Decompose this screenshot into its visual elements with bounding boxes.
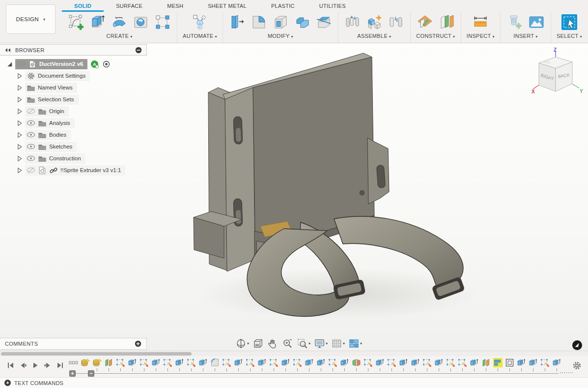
visibility-eye-icon[interactable] xyxy=(27,143,35,150)
tree-caret-collapsed[interactable] xyxy=(16,143,23,150)
dropdown-caret[interactable]: ▾ xyxy=(343,341,345,346)
look-at-icon[interactable] xyxy=(252,337,265,350)
dropdown-caret[interactable]: ▾ xyxy=(247,341,249,346)
grid-settings-icon[interactable]: ▾ xyxy=(330,337,346,350)
add-comment-icon[interactable] xyxy=(135,340,141,347)
timeline-scrollbar-thumb[interactable] xyxy=(1,352,192,356)
dropdown-caret[interactable]: ▾ xyxy=(308,341,310,346)
timeline-feature-plane[interactable] xyxy=(104,358,113,371)
timeline-feature-extrude[interactable] xyxy=(316,358,326,371)
ribbon-group-label-insert[interactable]: INSERT▾ xyxy=(513,33,537,39)
tree-item-sketches[interactable]: Sketches xyxy=(0,141,147,152)
ribbon-group-label-create[interactable]: CREATE▾ xyxy=(107,33,133,39)
visibility-eye-off-icon[interactable] xyxy=(27,167,35,174)
offset-plane-button[interactable] xyxy=(438,13,455,31)
timeline-feature-extrude[interactable] xyxy=(234,358,243,371)
timeline-feature-plane[interactable] xyxy=(481,358,491,371)
comments-panel[interactable]: COMMENTS xyxy=(0,338,147,350)
timeline-feature-extrude[interactable] xyxy=(517,358,526,371)
timeline-position-handle[interactable]: − xyxy=(88,370,94,377)
insert-canvas-button[interactable] xyxy=(528,13,545,31)
ribbon-group-label-select[interactable]: SELECT▾ xyxy=(557,33,582,39)
hole-button[interactable] xyxy=(132,13,150,31)
tree-item-origin[interactable]: Origin xyxy=(0,105,147,117)
timeline-feature-extrude[interactable] xyxy=(175,358,184,371)
activate-component-radio[interactable] xyxy=(101,59,111,69)
play-button[interactable] xyxy=(31,361,39,369)
tree-item-analysis[interactable]: Analysis xyxy=(0,117,147,129)
display-settings-icon[interactable]: ▾ xyxy=(313,337,329,350)
timeline-feature-sketch[interactable] xyxy=(364,358,373,371)
timeline-feature-extrude[interactable] xyxy=(198,358,208,371)
dropdown-caret[interactable]: ▾ xyxy=(360,341,362,346)
timeline-feature-align[interactable] xyxy=(493,358,503,371)
tab-mesh[interactable]: MESH xyxy=(155,0,196,12)
tree-caret-collapsed[interactable] xyxy=(16,84,23,91)
timeline-feature-extrude[interactable] xyxy=(340,358,349,371)
timeline-feature-extrude[interactable] xyxy=(151,358,161,371)
timeline-feature-sketch[interactable] xyxy=(458,358,467,371)
minimize-panel-icon[interactable] xyxy=(135,47,142,54)
go-to-end-button[interactable] xyxy=(56,361,64,369)
timeline-feature-sketch[interactable] xyxy=(328,358,337,371)
tab-surface[interactable]: SURFACE xyxy=(104,0,155,12)
timeline-feature-sketch[interactable] xyxy=(246,358,255,371)
timeline-feature-sketch[interactable] xyxy=(540,358,550,371)
as-built-joint-button[interactable] xyxy=(387,13,405,31)
tree-item-named-views[interactable]: Named Views xyxy=(0,82,147,93)
timeline-feature-sketch[interactable] xyxy=(269,358,279,371)
timeline-feature-sketch[interactable] xyxy=(140,358,149,371)
tab-plastic[interactable]: PLASTIC xyxy=(259,0,307,12)
viewports-icon[interactable]: ▾ xyxy=(347,337,363,350)
timeline-feature-extrude[interactable] xyxy=(281,358,290,371)
ribbon-group-label-inspect[interactable]: INSPECT▾ xyxy=(467,33,495,39)
select-window-button[interactable] xyxy=(560,13,578,31)
visibility-eye-icon[interactable] xyxy=(27,119,35,126)
automate-bot-button[interactable] xyxy=(191,13,209,31)
ribbon-group-label-automate[interactable]: AUTOMATE▾ xyxy=(183,33,217,39)
step-forward-button[interactable] xyxy=(44,361,52,369)
extrude-button[interactable] xyxy=(89,13,107,31)
timeline-feature-sketch[interactable] xyxy=(222,358,231,371)
timeline-track[interactable] xyxy=(72,373,559,374)
timeline-feature-extrude[interactable] xyxy=(552,358,561,371)
assistant-button[interactable] xyxy=(572,340,583,351)
press-pull-button[interactable] xyxy=(228,13,246,31)
go-to-start-button[interactable] xyxy=(7,361,15,369)
tree-caret-collapsed[interactable] xyxy=(16,72,23,80)
timeline-zoom-in-handle[interactable]: + xyxy=(69,370,76,377)
zoom-icon[interactable] xyxy=(281,337,294,350)
timeline-feature-sketch[interactable] xyxy=(187,358,196,371)
combine-button[interactable] xyxy=(293,13,311,31)
revolve-button[interactable] xyxy=(111,13,128,31)
timeline-feature-extrude[interactable] xyxy=(470,358,479,371)
tree-item-selection-sets[interactable]: Selection Sets xyxy=(0,93,147,105)
timeline-feature-sketch[interactable] xyxy=(422,358,432,371)
timeline-feature-extrude[interactable] xyxy=(434,358,444,371)
tab-sheet-metal[interactable]: SHEET METAL xyxy=(196,0,259,12)
fillet-button[interactable] xyxy=(250,13,268,31)
tree-item-ductversion2-v6[interactable]: DuctVersion2 v6A xyxy=(0,58,147,70)
timeline-feature-extrude[interactable] xyxy=(305,358,314,371)
model-3d-duct[interactable] xyxy=(187,49,481,332)
text-commands-label[interactable]: TEXT COMMANDS xyxy=(14,380,63,386)
view-cube[interactable]: TOP RIGHT BACK X Y Z xyxy=(529,47,584,98)
step-back-button[interactable] xyxy=(19,361,27,369)
orbit-icon[interactable]: ▾ xyxy=(234,337,250,350)
tree-caret-collapsed[interactable] xyxy=(16,155,23,162)
joint-button[interactable] xyxy=(344,13,362,31)
timeline-feature-sketch[interactable] xyxy=(387,358,396,371)
timeline-feature-extrude[interactable] xyxy=(529,358,538,371)
timeline-feature-extrude[interactable] xyxy=(257,358,267,371)
timeline-feature-sketch[interactable] xyxy=(446,358,455,371)
tree-item-document-settings[interactable]: Document Settings xyxy=(0,70,147,82)
ribbon-group-label-construct[interactable]: CONSTRUCT▾ xyxy=(416,33,455,39)
timeline-feature-shell[interactable] xyxy=(505,358,514,371)
timeline-settings-gear-icon[interactable] xyxy=(572,361,582,370)
measure-button[interactable] xyxy=(472,13,489,31)
dropdown-caret[interactable]: ▾ xyxy=(326,341,328,346)
pattern-button[interactable] xyxy=(154,13,171,31)
timeline-feature-sketch[interactable] xyxy=(293,358,302,371)
tree-caret-collapsed[interactable] xyxy=(16,131,23,139)
insert-fastener-button[interactable] xyxy=(506,13,524,31)
